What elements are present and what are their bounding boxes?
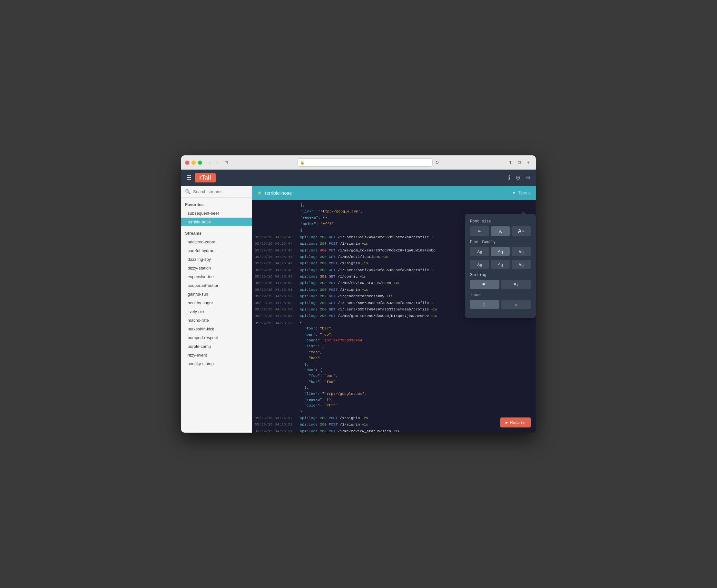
theme-light-button[interactable]: ☼ [501,300,531,309]
back-button[interactable]: ‹ [207,159,213,166]
search-icon: 🔍 [185,189,191,194]
stream-name-heading: terrible-hose [265,190,292,196]
sidebar-item-sneaky-stamp[interactable]: sneaky-stamp [181,359,252,368]
address-bar: 🔒 ↻ [233,158,504,167]
sidebar-item-careful-hydrant[interactable]: careful-hydrant [181,246,252,255]
maximize-button[interactable] [198,161,202,165]
log-entry: 05/29/15 04:26:59 api:logs 200 PUT /1/me… [252,428,536,433]
sidebar-item-pumped-respect[interactable]: pumped-respect [181,333,252,342]
font-family-mono2-button[interactable]: Ag [512,260,531,269]
sorting-row: ≡↑ ≡↓ [470,280,531,289]
sidebar-item-exuberant-butter[interactable]: exuberant-butter [181,281,252,290]
stream-name-label: terrible-hose [188,219,211,224]
filter-text: Type a [518,190,531,195]
titlebar-actions: ⬆ ⧉ + [506,159,532,166]
font-size-increase-button[interactable]: A+ [512,226,531,236]
font-size-decrease-button[interactable]: A- [470,226,489,236]
brand-logo: rTail [195,173,216,183]
sidebar-item-addicted-zebra[interactable]: addicted-zebra [181,237,252,246]
sidebar-item-healthy-sugar[interactable]: healthy-sugar [181,298,252,307]
traffic-lights [185,161,202,165]
settings-popover: Font size A- A A+ Font family Ag Ag Ag [465,214,536,318]
sidebar-item-dazzling-spy[interactable]: dazzling-spy [181,255,252,264]
log-entry-json-2: 05/29/15 04:26:56 { "foo": "bar", "bar":… [252,319,536,415]
close-button[interactable] [185,161,189,165]
nav-buttons: ‹ › [207,159,220,166]
search-bar: 🔍 [181,186,252,197]
info-icon[interactable]: ℹ [508,174,510,181]
titlebar: ‹ › ⊡ 🔒 ↻ ⬆ ⧉ + [181,155,536,170]
log-entry: 05/29/15 04:26:57 api:logs 200 POST /1/s… [252,415,536,421]
log-entry: 05/29/15 04:26:58 api:logs 200 POST /1/s… [252,421,536,428]
resume-label: Resume [510,420,526,425]
sidebar-item-subsequent-beef[interactable]: subsequent-beef [181,209,252,217]
sidebar-item-gainful-sun[interactable]: gainful-sun [181,290,252,298]
theme-dark-button[interactable]: ☾ [470,300,499,309]
sidebar-item-makeshift-kick[interactable]: makeshift-kick [181,324,252,333]
topbar-right: ℹ ⊕ ⚙ [508,174,531,181]
sidebar-item-dizzy-station[interactable]: dizzy-station [181,264,252,272]
sidebar-toggle-button[interactable]: ⊡ [223,159,230,166]
play-icon: ▶ [506,421,508,424]
stream-name-label: subsequent-beef [188,211,219,216]
sort-asc-button[interactable]: ≡↑ [470,280,499,289]
sidebar-item-macho-rate[interactable]: macho-rate [181,316,252,324]
lock-icon: 🔒 [300,161,305,165]
font-size-row: A- A A+ [470,226,531,236]
font-size-default-button[interactable]: A [491,226,510,236]
sidebar-item-lively-pie[interactable]: lively-pie [181,307,252,316]
topbar: ☰ rTail ℹ ⊕ ⚙ [181,170,536,186]
font-family-serif-button[interactable]: Ag [470,247,489,256]
sort-desc-button[interactable]: ≡↓ [501,280,531,289]
font-family-sans2-button[interactable]: Ag [491,260,510,269]
filter-icon: ▼ [512,190,516,195]
app-window: ‹ › ⊡ 🔒 ↻ ⬆ ⧉ + ☰ rTail ℹ ⊕ ⚙ [181,155,536,433]
sorting-label: Sorting [470,273,531,277]
stream-header: ★ terrible-hose ▼ Type a [252,186,536,200]
font-size-label: Font size [470,219,531,224]
forward-button[interactable]: › [214,159,219,166]
share-button[interactable]: ⬆ [506,159,514,166]
minimize-button[interactable] [191,161,196,165]
sidebar-item-terrible-hose[interactable]: terrible-hose [181,217,252,226]
app-content: ☰ rTail ℹ ⊕ ⚙ 🔍 Favorites subsequent-bee… [181,170,536,433]
log-area[interactable]: }, "link": "http://google.com", "regexp"… [252,200,536,433]
refresh-button[interactable]: ↻ [435,160,439,165]
stream-star-icon[interactable]: ★ [257,190,262,196]
font-family-row-2: Ag Ag Ag [470,260,531,269]
hamburger-icon[interactable]: ☰ [186,174,191,181]
font-family-sans-button[interactable]: Ag [491,247,510,256]
new-tab-button[interactable]: ⧉ [516,159,524,166]
search-input[interactable] [193,189,248,194]
main-layout: 🔍 Favorites subsequent-beef terrible-hos… [181,186,536,433]
theme-label: Theme [470,293,531,297]
sidebar-item-ritzy-event[interactable]: ritzy-event [181,351,252,359]
sidebar-item-purple-camp[interactable]: purple-camp [181,342,252,351]
add-button[interactable]: + [525,159,532,166]
address-input-wrap: 🔒 [297,158,433,167]
font-family-serif2-button[interactable]: Ag [470,260,489,269]
theme-row: ☾ ☼ [470,300,531,309]
streams-label: Streams [181,226,252,237]
content-area: ★ terrible-hose ▼ Type a }, "link": "htt… [252,186,536,433]
resume-button[interactable]: ▶ Resume [500,418,531,427]
settings-icon[interactable]: ⚙ [526,174,531,181]
font-family-mono-button[interactable]: Ag [512,247,531,256]
stream-filter: ▼ Type a [512,190,531,195]
font-family-label: Font family [470,240,531,244]
globe-icon[interactable]: ⊕ [515,174,520,181]
font-family-row-1: Ag Ag Ag [470,247,531,256]
address-input[interactable] [307,160,430,165]
favorites-label: Favorites [181,197,252,209]
sidebar: 🔍 Favorites subsequent-beef terrible-hos… [181,186,252,433]
sidebar-item-expensive-toe[interactable]: expensive-toe [181,272,252,281]
